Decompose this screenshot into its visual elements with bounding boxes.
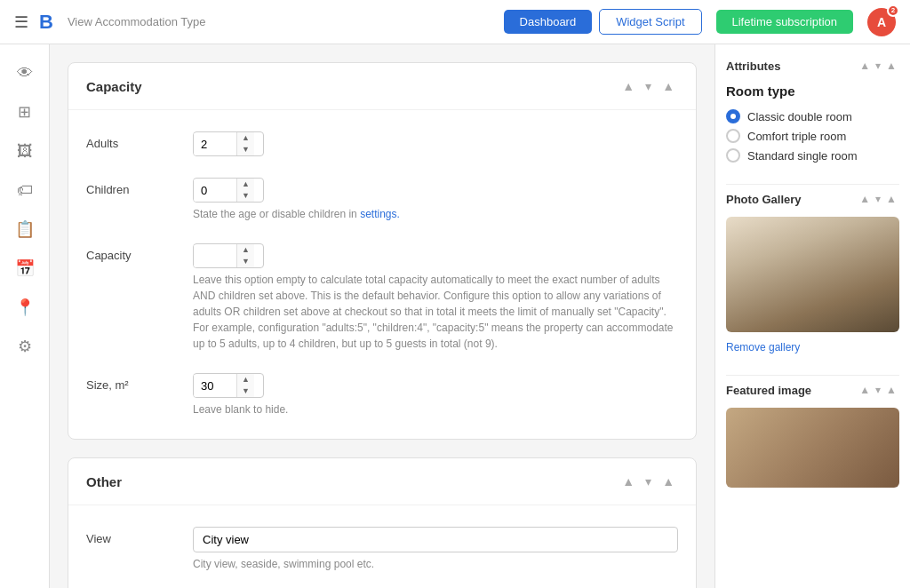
content-area: Capacity ▲ ▾ ▲ Adults ▲ bbox=[50, 44, 714, 588]
notification-badge: 2 bbox=[887, 4, 899, 17]
breadcrumb: View Accommodation Type bbox=[68, 15, 497, 28]
sidebar-icon-eye[interactable]: 👁 bbox=[7, 55, 43, 91]
menu-icon[interactable]: ☰ bbox=[14, 12, 28, 32]
capacity-decrement-button[interactable]: ▼ bbox=[237, 256, 254, 267]
remove-gallery-link[interactable]: Remove gallery bbox=[726, 341, 800, 354]
divider-1 bbox=[726, 184, 899, 185]
sidebar-icon-calendar[interactable]: 📅 bbox=[7, 250, 43, 286]
sidebar-icon-tag[interactable]: 🏷 bbox=[7, 172, 43, 208]
photo-gallery-panel: Photo Gallery ▲ ▾ ▲ Remove gallery bbox=[726, 192, 899, 354]
children-settings-link[interactable]: settings. bbox=[360, 208, 400, 220]
featured-image-panel: Featured image ▲ ▾ ▲ bbox=[726, 383, 899, 488]
children-hint: State the age or disable children in set… bbox=[193, 206, 678, 222]
sidebar-icon-image[interactable]: 🖼 bbox=[7, 133, 43, 169]
gallery-move-down-button[interactable]: ▾ bbox=[873, 192, 883, 206]
adults-control: ▲ ▼ bbox=[193, 131, 678, 156]
capacity-move-down-button[interactable]: ▾ bbox=[642, 77, 655, 95]
room-type-comfort-label: Comfort triple room bbox=[747, 130, 846, 143]
capacity-section-controls: ▲ ▾ ▲ bbox=[619, 77, 678, 95]
capacity-row: Capacity ▲ ▼ Leave this option empty to … bbox=[86, 243, 678, 352]
view-hint: City view, seaside, swimming pool etc. bbox=[193, 556, 678, 572]
sidebar-icon-list[interactable]: 📋 bbox=[7, 211, 43, 247]
attributes-panel: Attributes ▲ ▾ ▲ Room type Classic doubl… bbox=[726, 59, 899, 163]
attributes-move-down-button[interactable]: ▾ bbox=[873, 59, 883, 73]
adults-input[interactable] bbox=[194, 133, 236, 155]
capacity-move-up-button[interactable]: ▲ bbox=[619, 77, 638, 95]
adults-decrement-button[interactable]: ▼ bbox=[237, 144, 254, 155]
featured-collapse-button[interactable]: ▲ bbox=[883, 383, 899, 397]
room-type-subtitle: Room type bbox=[726, 83, 899, 99]
size-hint: Leave blank to hide. bbox=[193, 401, 678, 417]
other-collapse-button[interactable]: ▲ bbox=[659, 473, 678, 490]
other-move-down-button[interactable]: ▾ bbox=[642, 473, 655, 490]
capacity-increment-button[interactable]: ▲ bbox=[237, 244, 254, 256]
size-decrement-button[interactable]: ▼ bbox=[237, 385, 254, 397]
capacity-section-title: Capacity bbox=[86, 79, 619, 94]
size-input-wrap: ▲ ▼ bbox=[193, 373, 264, 398]
view-label: View bbox=[86, 527, 193, 545]
room-type-classic[interactable]: Classic double room bbox=[726, 109, 899, 123]
room-type-classic-label: Classic double room bbox=[747, 110, 852, 123]
room-type-standard[interactable]: Standard single room bbox=[726, 148, 899, 163]
divider-2 bbox=[726, 375, 899, 376]
featured-image-header: Featured image ▲ ▾ ▲ bbox=[726, 383, 899, 397]
photo-gallery-body: Remove gallery bbox=[726, 217, 899, 354]
lifetime-subscription-button[interactable]: Lifetime subscription bbox=[716, 10, 854, 34]
children-input[interactable] bbox=[194, 179, 236, 202]
size-input[interactable] bbox=[194, 375, 236, 397]
capacity-collapse-button[interactable]: ▲ bbox=[659, 77, 678, 95]
photo-gallery-title: Photo Gallery bbox=[726, 193, 857, 206]
gallery-image[interactable] bbox=[726, 217, 899, 332]
adults-increment-button[interactable]: ▲ bbox=[237, 132, 254, 144]
room-type-comfort[interactable]: Comfort triple room bbox=[726, 129, 899, 143]
capacity-label: Capacity bbox=[86, 243, 193, 262]
adults-spinner: ▲ ▼ bbox=[236, 132, 254, 155]
featured-move-down-button[interactable]: ▾ bbox=[873, 383, 883, 397]
featured-move-up-button[interactable]: ▲ bbox=[857, 383, 873, 397]
attributes-collapse-button[interactable]: ▲ bbox=[883, 59, 899, 73]
widget-script-button[interactable]: Widget Script bbox=[599, 9, 701, 35]
right-panel: Attributes ▲ ▾ ▲ Room type Classic doubl… bbox=[714, 44, 910, 588]
other-section-controls: ▲ ▾ ▲ bbox=[619, 473, 678, 490]
sidebar-icon-location[interactable]: 📍 bbox=[7, 290, 43, 325]
radio-standard-indicator bbox=[726, 148, 740, 163]
sidebar-icon-sliders[interactable]: ⚙ bbox=[7, 329, 43, 364]
capacity-input[interactable] bbox=[194, 245, 236, 267]
size-label: Size, m² bbox=[86, 373, 193, 392]
capacity-input-wrap: ▲ ▼ bbox=[193, 243, 264, 268]
children-increment-button[interactable]: ▲ bbox=[237, 179, 254, 190]
capacity-section-header: Capacity ▲ ▾ ▲ bbox=[68, 63, 696, 110]
size-increment-button[interactable]: ▲ bbox=[237, 374, 254, 385]
capacity-control: ▲ ▼ Leave this option empty to calculate… bbox=[193, 243, 678, 352]
gallery-move-up-button[interactable]: ▲ bbox=[857, 192, 873, 206]
featured-image-title: Featured image bbox=[726, 384, 857, 397]
attributes-move-up-button[interactable]: ▲ bbox=[857, 59, 873, 73]
dashboard-button[interactable]: Dashboard bbox=[504, 10, 593, 34]
capacity-section-body: Adults ▲ ▼ Children bbox=[68, 110, 696, 439]
room-type-standard-label: Standard single room bbox=[747, 149, 858, 163]
capacity-section: Capacity ▲ ▾ ▲ Adults ▲ bbox=[68, 62, 697, 440]
other-section-title: Other bbox=[86, 474, 619, 489]
gallery-image-inner bbox=[726, 217, 899, 332]
other-move-up-button[interactable]: ▲ bbox=[619, 473, 638, 490]
children-decrement-button[interactable]: ▼ bbox=[237, 190, 254, 202]
capacity-hint: Leave this option empty to calculate tot… bbox=[193, 272, 678, 352]
gallery-collapse-button[interactable]: ▲ bbox=[883, 192, 899, 206]
attributes-body: Room type Classic double room Comfort tr… bbox=[726, 83, 899, 163]
size-row: Size, m² ▲ ▼ Leave blank to hide. bbox=[86, 373, 678, 417]
children-input-wrap: ▲ ▼ bbox=[193, 178, 264, 203]
children-spinner: ▲ ▼ bbox=[236, 179, 254, 202]
avatar[interactable]: A 2 bbox=[867, 8, 896, 36]
radio-classic-indicator bbox=[726, 109, 740, 123]
other-section-header: Other ▲ ▾ ▲ bbox=[68, 458, 696, 505]
featured-image[interactable] bbox=[726, 408, 899, 488]
room-type-radio-group: Classic double room Comfort triple room … bbox=[726, 109, 899, 163]
children-row: Children ▲ ▼ State the age or disable ch… bbox=[86, 178, 678, 222]
view-input[interactable] bbox=[193, 527, 678, 552]
children-control: ▲ ▼ State the age or disable children in… bbox=[193, 178, 678, 222]
photo-gallery-header: Photo Gallery ▲ ▾ ▲ bbox=[726, 192, 899, 206]
sidebar-icon-grid[interactable]: ⊞ bbox=[7, 94, 43, 130]
adults-label: Adults bbox=[86, 131, 193, 150]
size-control: ▲ ▼ Leave blank to hide. bbox=[193, 373, 678, 417]
featured-image-body bbox=[726, 408, 899, 488]
